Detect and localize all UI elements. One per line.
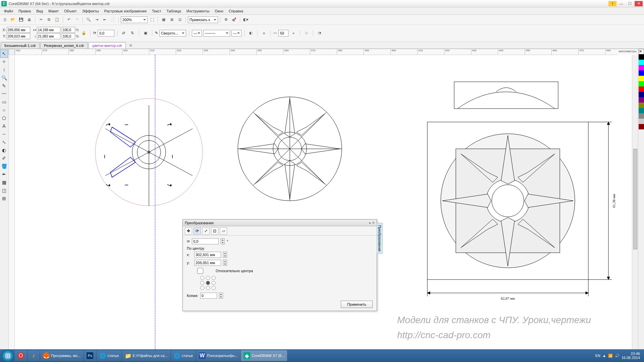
menu-effects[interactable]: Эффекты	[79, 9, 102, 13]
color-swatch[interactable]	[639, 60, 644, 65]
snap-plus-icon[interactable]: +	[290, 29, 297, 37]
menu-table[interactable]: Таблица	[164, 9, 184, 13]
taskbar-browser1[interactable]: 🌐статьи	[97, 350, 121, 361]
guides-icon[interactable]: ⊞	[168, 16, 175, 23]
color-swatch[interactable]	[639, 108, 644, 113]
taskbar-word[interactable]: WПлоскорельефн...	[196, 350, 240, 361]
rectangle-tool-icon[interactable]: ▭	[0, 98, 8, 106]
taskbar-firefox[interactable]: 🦊Программы, мо...	[40, 350, 83, 361]
fullscreen-icon[interactable]: ⛶	[148, 16, 156, 23]
menu-file[interactable]: Файл	[1, 9, 16, 13]
color-swatch[interactable]	[639, 86, 644, 92]
color-swatch[interactable]	[639, 124, 644, 129]
menu-bitmap[interactable]: Растровые изображения	[102, 9, 149, 13]
tab-add-icon[interactable]: ⊕	[126, 42, 135, 49]
relative-center-checkbox[interactable]	[187, 268, 214, 274]
drawing-selected-flower[interactable]	[92, 95, 206, 216]
export-icon[interactable]: ⇤	[101, 16, 108, 23]
transform-position-icon[interactable]: ✥	[185, 227, 192, 235]
no-fill-swatch[interactable]: ✕	[639, 49, 644, 54]
behind-fill-icon[interactable]: ◐	[247, 29, 255, 37]
transform-rotate-icon[interactable]: ⟳	[194, 227, 201, 235]
connector-tool-icon[interactable]: ⤡	[0, 138, 8, 146]
color-swatch[interactable]	[639, 54, 644, 60]
launch-icon[interactable]: 🚀	[230, 16, 238, 23]
search-icon[interactable]: 🔍	[85, 16, 92, 23]
taskbar-media[interactable]: ♪	[28, 350, 40, 361]
rotate-angle-input[interactable]	[192, 238, 219, 244]
center-x-input[interactable]	[194, 252, 221, 258]
ellipse-tool-icon[interactable]: ○	[0, 106, 8, 114]
ruler-vertical[interactable]	[9, 55, 15, 353]
wrap-icon[interactable]: ▣	[142, 29, 149, 37]
snapto-dropdown[interactable]: Привязать к	[188, 16, 218, 23]
publish-icon[interactable]: 📄	[109, 16, 116, 23]
doc-tab-1[interactable]: Безымянный-1.cdr	[1, 42, 40, 49]
mirror-h-icon[interactable]: ⇄	[120, 29, 127, 37]
smart-tool-icon[interactable]: 〰	[0, 90, 8, 98]
color-swatch[interactable]	[639, 97, 644, 103]
wrap-text-icon[interactable]: ≡	[260, 29, 268, 37]
import-icon[interactable]: ⇥	[93, 16, 100, 23]
scrollbar-v-thumb[interactable]	[633, 149, 637, 249]
line-end-dropdown[interactable]: —	[231, 30, 241, 37]
alert-icon[interactable]: !	[608, 1, 616, 6]
menu-view[interactable]: Вид	[34, 9, 46, 13]
transform-scale-icon[interactable]: ⤢	[202, 227, 210, 235]
mesh-tool-icon[interactable]: ▦	[0, 178, 8, 186]
transparency-tool-icon[interactable]: ◫	[0, 186, 8, 194]
options-icon[interactable]: ⚙	[222, 16, 230, 23]
start-button[interactable]: ⊞	[1, 349, 14, 362]
close-button[interactable]: ✕	[635, 1, 643, 6]
tray-sound-icon[interactable]: 🔊	[615, 354, 620, 358]
color-swatch[interactable]	[639, 76, 644, 81]
tray-network-icon[interactable]: 📶	[608, 354, 613, 358]
transform-skew-icon[interactable]: ▱	[220, 227, 227, 235]
scale-x-input[interactable]	[62, 27, 75, 33]
convert-icon[interactable]: ◔	[316, 29, 323, 37]
outline-tool-icon[interactable]: ✒	[0, 170, 8, 178]
cut-icon[interactable]: ✂	[37, 16, 45, 23]
anchor-grid[interactable]	[200, 276, 373, 290]
menu-text[interactable]: Текст	[149, 9, 164, 13]
menu-help[interactable]: Справка	[226, 9, 246, 13]
scale-y-input[interactable]	[62, 33, 75, 39]
menu-tools[interactable]: Инструменты	[184, 9, 212, 13]
menu-object[interactable]: Объект	[61, 9, 79, 13]
docker-collapse-icon[interactable]: ▸ ✕	[369, 221, 375, 225]
paste-icon[interactable]: 📋	[53, 16, 61, 23]
color-swatch[interactable]	[639, 103, 644, 108]
snap-icon[interactable]: ⊡	[176, 16, 183, 23]
save-icon[interactable]: 💾	[17, 16, 25, 23]
shape-tool-icon[interactable]: ✧	[0, 58, 8, 66]
copy-icon[interactable]: ⧉	[45, 16, 53, 23]
eyedropper-tool-icon[interactable]: ✐	[0, 154, 8, 162]
center-y-spinner[interactable]: ▲▼	[223, 260, 227, 266]
taskbar-explorer[interactable]: 📁E:\!!!файлы для са...	[122, 350, 170, 361]
width-input[interactable]	[37, 27, 60, 33]
new-icon[interactable]: 🗋	[1, 16, 9, 23]
freehand-tool-icon[interactable]: ✎	[0, 82, 8, 90]
docker-side-tab[interactable]: Преобразования	[377, 223, 383, 254]
color-swatch[interactable]	[639, 113, 644, 119]
angle-input[interactable]	[98, 30, 114, 37]
mirror-v-icon[interactable]: ⇅	[129, 29, 136, 37]
menu-layout[interactable]: Макет	[46, 9, 61, 13]
tray-flag-icon[interactable]: ▲	[602, 354, 606, 358]
transformations-docker[interactable]: Преобразования ▸ ✕ Преобразования ✥ ⟳ ⤢ …	[182, 219, 377, 311]
taskbar-coreldraw[interactable]: ◆CorelDRAW X7 (6...	[241, 350, 287, 361]
taskbar-browser2[interactable]: 🌐статьи	[171, 350, 196, 361]
doc-tab-2[interactable]: Резервная_копия_4.cdr	[40, 42, 88, 49]
doc-tab-3[interactable]: цветок виктор.cdr	[89, 42, 126, 49]
color-swatch[interactable]	[639, 81, 644, 86]
pos-x-input[interactable]	[7, 27, 30, 33]
menu-edit[interactable]: Правка	[16, 9, 34, 13]
outline-width-dropdown[interactable]: Сверхто...	[159, 30, 186, 37]
zoom-dropdown[interactable]: 200%	[121, 16, 148, 23]
height-input[interactable]	[37, 33, 60, 39]
dimension-tool-icon[interactable]: ↔	[0, 130, 8, 138]
zoom-tool-icon[interactable]: 🔍	[0, 74, 8, 82]
polygon-tool-icon[interactable]: ⬠	[0, 114, 8, 122]
color-swatch[interactable]	[639, 65, 644, 70]
apply-button[interactable]: Применить	[341, 301, 373, 308]
